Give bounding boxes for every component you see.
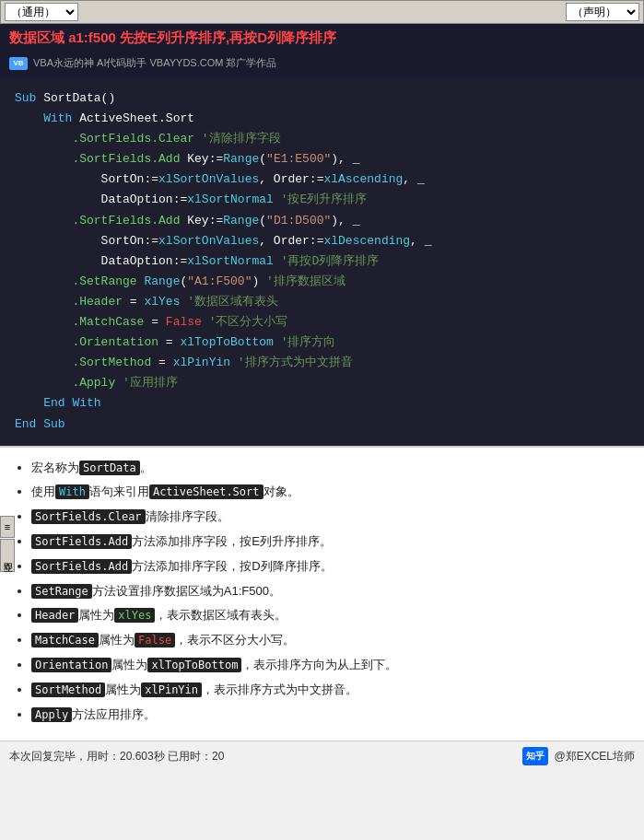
code-line-12: .MatchCase = False '不区分大小写: [15, 312, 629, 332]
code-line-1: Sub SortData(): [15, 88, 629, 109]
list-item-2: 使用With语句来引用ActiveSheet.Sort对象。: [31, 483, 631, 502]
list-item-5: SortFields.Add方法添加排序字段，按D列降序排序。: [31, 557, 631, 577]
highlight-setrange: SetRange: [31, 584, 92, 599]
highlight-xlpinyin: xlPinYin: [141, 682, 202, 697]
explanation-list: 宏名称为SortData。 使用With语句来引用ActiveSheet.Sor…: [13, 459, 631, 725]
highlight-sortfields-clear: SortFields.Clear: [31, 509, 146, 524]
top-bar-right: （声明）: [566, 3, 639, 21]
explanation-section: 宏名称为SortData。 使用With语句来引用ActiveSheet.Sor…: [0, 446, 644, 741]
bottom-status-text: 本次回复完毕，用时：20.603秒 已用时：20: [9, 749, 224, 764]
list-item-9: Orientation属性为xlTopToBottom，表示排序方向为从上到下。: [31, 656, 631, 675]
code-line-16: End With: [15, 393, 629, 414]
list-item-10: SortMethod属性为xlPinYin，表示排序方式为中文拼音。: [31, 681, 631, 700]
top-bar-left: （通用）: [5, 3, 562, 21]
bottom-right: 知乎 @郑EXCEL培师: [522, 747, 635, 765]
code-line-10: .SetRange Range("A1:F500") '排序数据区域: [15, 272, 629, 292]
highlight-sortdata: SortData: [79, 461, 140, 475]
code-line-14: .SortMethod = xlPinYin '排序方式为中文拼音: [15, 353, 629, 373]
list-item-8: MatchCase属性为False，表示不区分大小写。: [31, 631, 631, 650]
list-item-11: Apply方法应用排序。: [31, 706, 631, 725]
code-line-9: DataOption:=xlSortNormal '再按D列降序排序: [15, 251, 629, 272]
code-block: Sub SortData() With ActiveSheet.Sort .So…: [0, 77, 644, 446]
highlight-activesheet-sort: ActiveSheet.Sort: [149, 484, 263, 499]
list-item-6: SetRange方法设置排序数据区域为A1:F500。: [31, 582, 631, 601]
code-line-4: .SortFields.Add Key:=Range("E1:E500"), _: [15, 149, 629, 169]
zhihu-logo: 知乎: [522, 747, 548, 765]
list-item-7: Header属性为xlYes，表示数据区域有表头。: [31, 606, 631, 625]
page-title: 数据区域 a1:f500 先按E列升序排序,再按D列降序排序: [9, 29, 635, 47]
highlight-sortfields-add-2: SortFields.Add: [31, 559, 132, 574]
branding-icon: VB: [9, 57, 28, 70]
code-line-7: .SortFields.Add Key:=Range("D1:D500"), _: [15, 211, 629, 231]
top-toolbar: （通用） （声明）: [0, 0, 644, 24]
module-dropdown[interactable]: （通用）: [5, 3, 78, 21]
code-line-17: End Sub: [15, 414, 629, 435]
code-line-2: With ActiveSheet.Sort: [15, 109, 629, 129]
highlight-orientation: Orientation: [31, 658, 111, 672]
branding-bar: VB VBA永远的神 AI代码助手 VBAYYDS.COM 郑广学作品: [0, 52, 644, 77]
highlight-false: False: [135, 633, 175, 648]
side-menu-button[interactable]: ≡: [0, 516, 15, 538]
code-line-11: .Header = xlYes '数据区域有表头: [15, 292, 629, 312]
code-line-8: SortOn:=xlSortOnValues, Order:=xlDescend…: [15, 231, 629, 251]
highlight-sortfields-add-1: SortFields.Add: [31, 534, 132, 549]
title-section: 数据区域 a1:f500 先按E列升序排序,再按D列降序排序: [0, 24, 644, 52]
highlight-xlyes: xlYes: [114, 608, 155, 623]
highlight-apply: Apply: [31, 707, 72, 722]
code-line-13: .Orientation = xlTopToBottom '排序方向: [15, 332, 629, 353]
code-line-15: .Apply '应用排序: [15, 373, 629, 393]
list-item-3: SortFields.Clear清除排序字段。: [31, 508, 631, 527]
side-instant-button[interactable]: 立即: [0, 539, 15, 572]
list-item-4: SortFields.Add方法添加排序字段，按E列升序排序。: [31, 532, 631, 552]
highlight-xltoptobottom: xlTopToBottom: [147, 658, 241, 672]
highlight-sortmethod: SortMethod: [31, 682, 105, 697]
branding-text: VBA永远的神 AI代码助手 VBAYYDS.COM 郑广学作品: [33, 56, 276, 70]
bottom-author-text: @郑EXCEL培师: [554, 749, 635, 764]
code-line-3: .SortFields.Clear '清除排序字段: [15, 129, 629, 149]
highlight-matchcase: MatchCase: [31, 633, 99, 648]
list-item-1: 宏名称为SortData。: [31, 459, 631, 478]
code-line-6: DataOption:=xlSortNormal '按E列升序排序: [15, 190, 629, 210]
highlight-with: With: [55, 484, 89, 499]
code-line-5: SortOn:=xlSortOnValues, Order:=xlAscendi…: [15, 169, 629, 190]
procedure-dropdown[interactable]: （声明）: [566, 3, 639, 21]
highlight-header: Header: [31, 608, 78, 623]
bottom-bar: 本次回复完毕，用时：20.603秒 已用时：20 知乎 @郑EXCEL培师: [0, 741, 644, 771]
